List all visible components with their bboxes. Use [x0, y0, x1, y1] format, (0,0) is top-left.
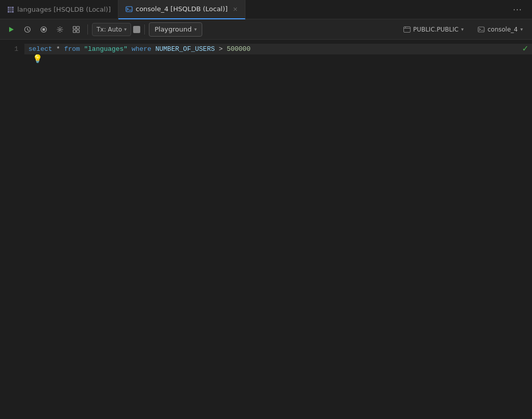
space-2	[128, 44, 132, 54]
stop-button[interactable]	[37, 22, 51, 37]
op-star: *	[52, 44, 64, 54]
console-selector-icon	[478, 26, 485, 33]
separator-1	[87, 24, 88, 35]
tx-chevron-icon: ▾	[124, 26, 127, 32]
console-label: console_4	[487, 26, 518, 33]
tab-bar: languages [HSQLDB (Local)] console_4 [HS…	[0, 0, 532, 19]
stop-icon	[40, 26, 47, 33]
svg-rect-7	[10, 11, 11, 13]
tab-console4[interactable]: console_4 [HSQLDB (Local)] ×	[118, 0, 245, 19]
svg-rect-16	[73, 26, 76, 29]
kw-where: where	[132, 44, 151, 54]
schema-selector[interactable]: PUBLIC.PUBLIC ▾	[398, 24, 469, 35]
stop-indicator[interactable]	[133, 26, 140, 33]
schema-icon	[403, 26, 411, 33]
svg-rect-3	[8, 9, 10, 10]
svg-marker-11	[9, 27, 14, 32]
history-button[interactable]	[20, 22, 35, 37]
tx-dropdown[interactable]: Tx: Auto ▾	[92, 23, 131, 36]
svg-rect-4	[10, 9, 11, 10]
svg-rect-5	[12, 9, 14, 10]
playground-label: Playground	[154, 25, 192, 33]
svg-rect-17	[77, 26, 79, 29]
line-number-1: 1	[0, 44, 24, 54]
space-1	[80, 44, 84, 54]
table-name: "languages"	[84, 44, 128, 54]
grid-icon	[73, 26, 80, 33]
playground-chevron-icon: ▾	[194, 26, 197, 32]
svg-rect-9	[126, 7, 132, 12]
grid-button[interactable]	[69, 22, 83, 37]
svg-rect-23	[478, 27, 484, 32]
svg-point-15	[59, 28, 61, 31]
svg-rect-8	[12, 11, 14, 13]
playground-dropdown[interactable]: Playground ▾	[149, 22, 202, 37]
run-icon	[8, 26, 15, 33]
svg-rect-6	[8, 11, 10, 13]
hint-icon: 💡	[28, 52, 47, 67]
svg-rect-1	[10, 7, 11, 9]
op-gt: >	[215, 44, 227, 54]
svg-rect-14	[43, 28, 45, 31]
schema-chevron-icon: ▾	[461, 26, 463, 32]
separator-2	[144, 24, 145, 35]
more-options-icon[interactable]: ⋯	[509, 2, 526, 17]
tx-label: Tx: Auto	[97, 26, 122, 33]
toolbar: Tx: Auto ▾ Playground ▾ PUBLIC.PUBLIC ▾	[0, 19, 532, 40]
code-line-2: 💡	[24, 54, 532, 65]
console-selector[interactable]: console_4 ▾	[473, 24, 528, 35]
settings-button[interactable]	[53, 22, 67, 37]
col-name: NUMBER_OF_USERS	[155, 44, 215, 54]
code-line-1: select * from "languages" where NUMBER_O…	[24, 44, 532, 54]
svg-rect-2	[12, 7, 14, 9]
tab-bar-right: ⋯	[509, 4, 532, 15]
svg-rect-0	[8, 7, 10, 9]
tab-languages[interactable]: languages [HSQLDB (Local)]	[0, 0, 118, 19]
console-icon	[126, 6, 133, 13]
svg-rect-18	[73, 30, 76, 33]
db-icon	[7, 6, 14, 13]
check-icon: ✓	[522, 44, 528, 54]
run-button[interactable]	[4, 22, 18, 37]
line-numbers: 1	[0, 40, 24, 419]
space-3	[151, 44, 155, 54]
svg-rect-20	[403, 26, 410, 32]
tab-console4-label: console_4 [HSQLDB (Local)]	[136, 5, 228, 13]
history-icon	[24, 26, 31, 33]
settings-icon	[56, 26, 64, 33]
tab-languages-label: languages [HSQLDB (Local)]	[17, 6, 111, 13]
tab-close-icon[interactable]: ×	[233, 6, 238, 12]
editor-content[interactable]: select * from "languages" where NUMBER_O…	[24, 40, 532, 419]
editor-container: 1 select * from "languages" where NUMBER…	[0, 40, 532, 419]
svg-rect-19	[77, 30, 79, 33]
num-value: 500000	[227, 44, 251, 54]
console-chevron-icon: ▾	[520, 26, 523, 32]
schema-label: PUBLIC.PUBLIC	[413, 26, 459, 33]
kw-from: from	[64, 44, 80, 54]
toolbar-right: PUBLIC.PUBLIC ▾ console_4 ▾	[398, 24, 528, 35]
